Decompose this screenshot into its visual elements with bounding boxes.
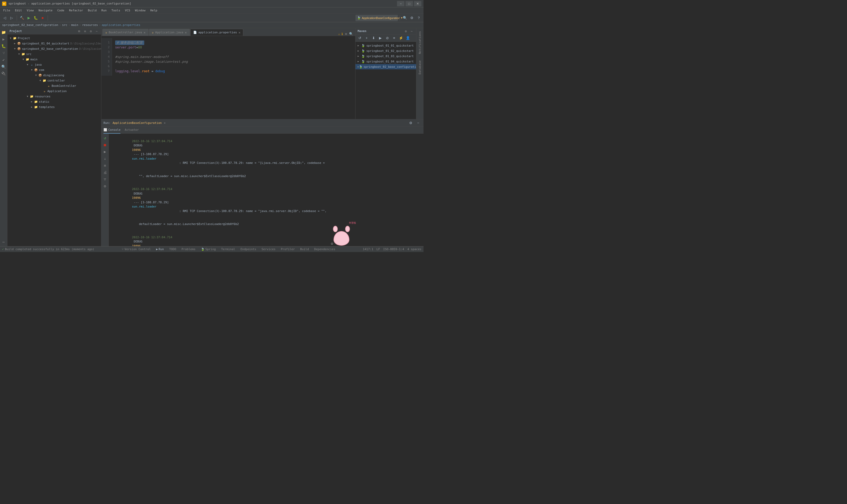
tab-close-properties[interactable]: ✕ bbox=[238, 31, 240, 34]
tree-item-java[interactable]: ▼ ☕ java bbox=[7, 62, 101, 67]
tab-properties[interactable]: 📄 application.properties ✕ bbox=[190, 29, 244, 36]
toolbar-forward-button[interactable]: ▷ bbox=[8, 15, 15, 21]
tree-item-resources[interactable]: ▼ 📁 resources bbox=[7, 94, 101, 99]
tree-item-project[interactable]: ▼ 📁 Project bbox=[7, 35, 101, 41]
search-everywhere-button[interactable]: 🔍 bbox=[402, 15, 408, 21]
sidebar-icon-project[interactable]: 📁 bbox=[1, 29, 7, 35]
breadcrumb-src[interactable]: src bbox=[62, 23, 68, 27]
notif-notifications[interactable]: Notifications bbox=[417, 28, 423, 57]
status-tab-endpoints[interactable]: Endpoints bbox=[239, 248, 257, 251]
run-settings-btn[interactable]: ⚙ bbox=[408, 120, 414, 126]
menu-item-refactor[interactable]: Refactor bbox=[67, 8, 85, 13]
sidebar-icon-search[interactable]: 🔍 bbox=[1, 64, 7, 70]
maven-run-btn[interactable]: ▶ bbox=[377, 35, 383, 41]
tree-item-templates[interactable]: ▶ 📁 templates bbox=[7, 104, 101, 110]
tab-close-bookcontroller[interactable]: ✕ bbox=[143, 31, 145, 34]
run-filter-btn[interactable]: ▽ bbox=[102, 176, 108, 182]
run-tab-console[interactable]: ⬜ Console bbox=[104, 127, 121, 134]
menu-item-view[interactable]: View bbox=[24, 8, 36, 13]
maven-add-btn[interactable]: + bbox=[363, 35, 370, 41]
sidebar-icon-run[interactable]: ▶ bbox=[1, 36, 7, 42]
sidebar-icon-commit[interactable]: ✔ bbox=[1, 57, 7, 63]
tree-item-bookcontroller[interactable]: ☕ BookController bbox=[7, 83, 101, 88]
breadcrumb-main[interactable]: main bbox=[71, 23, 78, 27]
close-button[interactable]: ✕ bbox=[414, 1, 421, 6]
breadcrumb-resources[interactable]: resources bbox=[82, 23, 98, 27]
tab-close-application[interactable]: ✕ bbox=[185, 31, 186, 34]
maven-item-01-02[interactable]: ▶ 🍃 springboot_01_02_quickstart bbox=[356, 48, 416, 53]
run-restart-btn[interactable]: ↺ bbox=[102, 135, 108, 141]
editor-search-btn[interactable]: 🔍 bbox=[349, 32, 353, 36]
status-tab-profiler[interactable]: Profiler bbox=[280, 248, 296, 251]
menu-item-edit[interactable]: Edit bbox=[13, 8, 24, 13]
menu-item-build[interactable]: Build bbox=[86, 8, 99, 13]
run-settings2-btn[interactable]: ⚙ bbox=[102, 183, 108, 189]
menu-item-tools[interactable]: Tools bbox=[109, 8, 122, 13]
run-fold-btn[interactable]: ≡ bbox=[102, 162, 108, 168]
maven-refresh-btn[interactable]: ↺ bbox=[357, 35, 363, 41]
tree-item-main[interactable]: ▼ 📁 main bbox=[7, 57, 101, 62]
status-tab-todo[interactable]: TODO bbox=[168, 248, 177, 251]
tab-bookcontroller[interactable]: ☕ BookController.java ✕ bbox=[103, 29, 148, 36]
settings-button[interactable]: ⚙ bbox=[409, 15, 415, 21]
tree-item-module-01[interactable]: ▶ 📦 springboot_01_04_quickstart D:\DingJ… bbox=[7, 41, 101, 46]
menu-item-navigate[interactable]: Navigate bbox=[37, 8, 55, 13]
tree-item-dingjiaxiong[interactable]: ▼ 📦 dingjiaxiong bbox=[7, 73, 101, 78]
sidebar-icon-git[interactable]: ⑂ bbox=[1, 50, 7, 56]
project-scope-icon[interactable]: ⊞ bbox=[77, 29, 82, 34]
menu-item-help[interactable]: Help bbox=[148, 8, 160, 13]
status-tab-dependencies[interactable]: Dependencies bbox=[313, 248, 336, 251]
maven-generate-btn[interactable]: ⚡ bbox=[398, 35, 404, 41]
status-tab-vcs[interactable]: ⑂ Version Control bbox=[121, 248, 152, 251]
maven-lifecycle-btn[interactable]: ≡ bbox=[391, 35, 397, 41]
help-button[interactable]: ? bbox=[416, 15, 422, 21]
maximize-button[interactable]: □ bbox=[406, 1, 413, 6]
breadcrumb-root[interactable]: springboot_02_base_configuration bbox=[2, 23, 58, 27]
breadcrumb-file[interactable]: application.properties bbox=[102, 23, 140, 27]
tree-item-controller[interactable]: ▼ 📁 controller bbox=[7, 78, 101, 83]
sidebar-icon-plugins[interactable]: 🔌 bbox=[1, 70, 7, 77]
tree-item-module-02[interactable]: ▼ 📦 springboot_02_base_configuration D:\… bbox=[7, 46, 101, 51]
maven-item-01-04[interactable]: ▶ 🍃 springboot_01_04_quickstart bbox=[356, 59, 416, 64]
debug-button[interactable]: 🐛 bbox=[33, 15, 39, 21]
status-tab-run[interactable]: ▶ Run bbox=[155, 248, 165, 251]
editor-content[interactable]: 1 2 3 4 5 6 7 # 服务器端口配置 bbox=[102, 36, 355, 119]
notif-database[interactable]: Database bbox=[417, 57, 423, 77]
status-tab-terminal[interactable]: Terminal bbox=[220, 248, 236, 251]
menu-item-code[interactable]: Code bbox=[55, 8, 67, 13]
sidebar-icon-more[interactable]: ⋯ bbox=[1, 239, 7, 245]
menu-item-window[interactable]: Window bbox=[133, 8, 148, 13]
run-resume-btn[interactable]: ▶ bbox=[102, 148, 108, 155]
maven-minimize-icon[interactable]: − bbox=[409, 29, 414, 34]
tree-item-src[interactable]: ▼ 📁 src bbox=[7, 51, 101, 57]
maven-item-01-03[interactable]: ▶ 🍃 springboot_01_03_quickstart bbox=[356, 53, 416, 59]
run-stop-btn[interactable]: ■ bbox=[102, 142, 108, 148]
menu-item-vcs[interactable]: VCS bbox=[123, 8, 132, 13]
status-tab-build[interactable]: Build bbox=[299, 248, 310, 251]
menu-item-run[interactable]: Run bbox=[99, 8, 109, 13]
sidebar-icon-debug[interactable]: 🐛 bbox=[1, 43, 7, 49]
maven-item-01-01[interactable]: ▶ 🍃 springboot_01_01_quickstart bbox=[356, 43, 416, 48]
tree-item-application[interactable]: ☕ Application bbox=[7, 88, 101, 94]
run-close-btn[interactable]: ✕ bbox=[164, 121, 166, 125]
run-config-dropdown[interactable]: 🍃 ApplicationBaseConfiguration ▾ bbox=[356, 15, 398, 21]
project-minimize-icon[interactable]: − bbox=[94, 29, 99, 34]
editor-settings-btn[interactable]: ⚙ bbox=[345, 32, 347, 36]
maven-settings-icon[interactable]: ⚙ bbox=[403, 29, 408, 34]
menu-item-file[interactable]: File bbox=[1, 8, 13, 13]
maven-profile-btn[interactable]: 👤 bbox=[405, 35, 411, 41]
maven-download-btn[interactable]: ⬇ bbox=[370, 35, 377, 41]
stop-button[interactable]: ■ bbox=[39, 15, 46, 21]
maven-item-02[interactable]: ▶ 🍃 springboot_02_base_configuration bbox=[356, 64, 416, 69]
project-settings-icon[interactable]: ⚙ bbox=[88, 29, 93, 34]
status-tab-problems[interactable]: Problems bbox=[181, 248, 197, 251]
run-print-btn[interactable]: 🖨 bbox=[102, 169, 108, 176]
run-minimize-btn[interactable]: − bbox=[415, 120, 421, 126]
status-tab-spring[interactable]: 🍃 Spring bbox=[200, 248, 217, 251]
project-options-icon[interactable]: ≡ bbox=[83, 29, 87, 34]
toolbar-back-button[interactable]: ◁ bbox=[2, 15, 8, 21]
run-button[interactable]: ▶ bbox=[26, 15, 32, 21]
status-tab-services[interactable]: Services bbox=[260, 248, 276, 251]
run-scroll-btn[interactable]: ↓ bbox=[102, 156, 108, 162]
minimize-button[interactable]: − bbox=[397, 1, 404, 6]
